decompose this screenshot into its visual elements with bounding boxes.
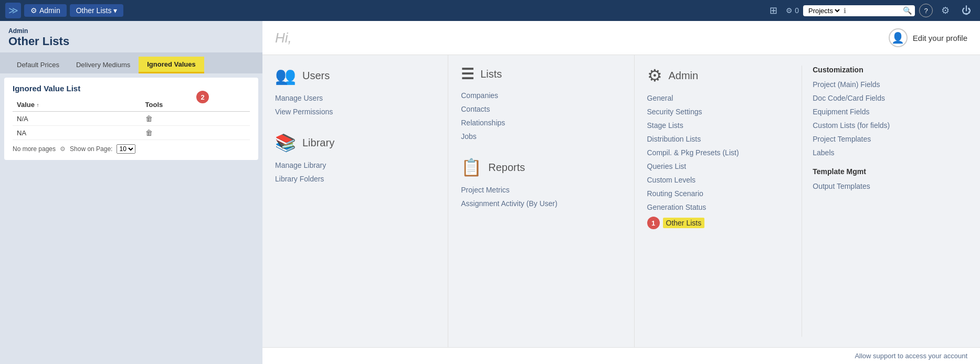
project-templates-link[interactable]: Project Templates <box>813 135 871 143</box>
settings-icon-button[interactable]: ⚙ <box>937 2 954 19</box>
right-dropdown-panel: Hi, 👤 Edit your profile 👥 Users <box>262 21 980 364</box>
jobs-link[interactable]: Jobs <box>461 132 477 141</box>
gear-settings-icon[interactable]: ⚙ <box>60 145 66 153</box>
tab-default-prices[interactable]: Default Prices <box>8 57 68 73</box>
person-icon: 👤 <box>891 31 904 44</box>
doc-code-card-fields-link[interactable]: Doc Code/Card Fields <box>813 94 885 102</box>
view-permissions-link[interactable]: View Permissions <box>275 108 333 116</box>
edit-profile-link[interactable]: 👤 Edit your profile <box>889 28 967 47</box>
admin-section-title: Admin <box>669 70 699 82</box>
other-lists-link[interactable]: Other Lists <box>663 218 705 228</box>
list-item: Relationships <box>461 119 621 127</box>
list-item: Distribution Lists <box>647 135 802 143</box>
custom-lists-fields-link[interactable]: Custom Lists (for fields) <box>813 121 890 130</box>
reports-section-header: 📋 Reports <box>461 157 621 177</box>
manage-library-link[interactable]: Manage Library <box>275 161 326 169</box>
ignored-values-table: Value ↑ Tools N/A 🗑 NA <box>13 98 250 140</box>
list-item: Compil. & Pkg Presets (List) <box>647 148 802 157</box>
library-folders-link[interactable]: Library Folders <box>275 175 324 183</box>
admin-nav-button[interactable]: ⚙ Admin <box>24 4 67 17</box>
delete-icon[interactable]: 🗑 <box>145 129 153 137</box>
list-item: View Permissions <box>275 108 435 116</box>
table-row: NA 🗑 <box>13 126 250 140</box>
companies-link[interactable]: Companies <box>461 91 498 100</box>
other-lists-nav-button[interactable]: Other Lists ▾ <box>70 4 124 17</box>
left-panel-header: Admin Other Lists <box>0 21 262 52</box>
compil-pkg-presets-link[interactable]: Compil. & Pkg Presets (List) <box>647 148 739 157</box>
panel-content: Ignored Value List Value ↑ Tools N/A <box>4 78 258 160</box>
list-item: Custom Lists (for fields) <box>813 121 967 130</box>
stage-lists-link[interactable]: Stage Lists <box>647 121 683 130</box>
sort-arrow-icon[interactable]: ↑ <box>37 102 39 108</box>
list-item: Generation Status <box>647 203 802 211</box>
list-item: Doc Code/Card Fields <box>813 94 967 102</box>
customization-section: Customization Project (Main) Fields Doc … <box>802 66 967 337</box>
list-item: Project (Main) Fields <box>813 80 967 89</box>
dropdown-chevron-icon: ▾ <box>113 6 117 15</box>
output-templates-link[interactable]: Output Templates <box>813 182 870 190</box>
list-item: Assignment Activity (By User) <box>461 199 621 208</box>
general-link[interactable]: General <box>647 94 673 102</box>
gear-badge-button[interactable]: ⚙ 0 <box>786 6 799 15</box>
search-type-select[interactable]: Projects <box>806 6 841 15</box>
avatar-icon: 👤 <box>889 28 908 47</box>
generation-status-link[interactable]: Generation Status <box>647 203 707 211</box>
search-icon[interactable]: 🔍 <box>903 6 912 15</box>
list-item: 1 Other Lists <box>647 217 802 229</box>
cell-tools: 🗑 <box>141 126 250 140</box>
custom-levels-link[interactable]: Custom Levels <box>647 176 696 184</box>
library-section: 📚 Library Manage Library Library Folders <box>275 133 435 183</box>
logout-icon-button[interactable]: ⏻ <box>958 2 975 19</box>
list-item: Queries List <box>647 162 802 170</box>
relationships-link[interactable]: Relationships <box>461 119 505 127</box>
badge-2: 2 <box>196 91 209 103</box>
logo-icon[interactable]: ≫ <box>5 3 21 18</box>
equipment-fields-link[interactable]: Equipment Fields <box>813 108 869 116</box>
list-item: Manage Library <box>275 161 435 169</box>
show-on-page-label: Show on Page: <box>70 145 112 153</box>
distribution-lists-link[interactable]: Distribution Lists <box>647 135 701 143</box>
cell-value: NA <box>13 126 141 140</box>
search-input[interactable] <box>848 7 901 15</box>
users-section-title: Users <box>302 70 330 82</box>
assignment-activity-link[interactable]: Assignment Activity (By User) <box>461 199 557 208</box>
lists-column: ☰ Lists Companies Contacts Relationships… <box>448 55 634 347</box>
admin-column: ⚙ Admin General Security Settings Stage … <box>635 55 981 347</box>
breadcrumb: Admin <box>8 27 254 35</box>
no-more-pages-label: No more pages <box>13 145 56 153</box>
tab-delivery-mediums[interactable]: Delivery Mediums <box>68 57 139 73</box>
users-section-header: 👥 Users <box>275 66 435 85</box>
list-item: Stage Lists <box>647 121 802 130</box>
list-item: Project Templates <box>813 135 967 143</box>
cell-value: N/A <box>13 112 141 126</box>
routing-scenario-link[interactable]: Routing Scenario <box>647 189 703 198</box>
tab-ignored-values[interactable]: Ignored Values <box>139 57 204 73</box>
users-icon: 👥 <box>275 66 296 85</box>
ignored-value-list-title: Ignored Value List <box>13 84 250 93</box>
help-icon-button[interactable]: ? <box>919 4 933 17</box>
badge-count: 0 <box>795 6 799 15</box>
project-main-fields-link[interactable]: Project (Main) Fields <box>813 80 880 89</box>
footer-support-link[interactable]: Allow support to access your account <box>262 347 980 364</box>
edit-profile-label: Edit your profile <box>913 34 967 42</box>
table-footer: No more pages ⚙ Show on Page: 10 <box>13 140 250 154</box>
admin-icon: ⚙ <box>647 66 662 85</box>
admin-main-section: ⚙ Admin General Security Settings Stage … <box>647 66 802 337</box>
nav-logo: ≫ <box>5 3 21 18</box>
search-bar[interactable]: Projects ℹ 🔍 <box>803 5 915 16</box>
delete-icon[interactable]: 🗑 <box>145 114 153 123</box>
list-item: Routing Scenario <box>647 189 802 198</box>
library-section-header: 📚 Library <box>275 133 435 153</box>
security-settings-link[interactable]: Security Settings <box>647 108 702 116</box>
grid-icon-button[interactable]: ⊞ <box>765 2 782 19</box>
contacts-link[interactable]: Contacts <box>461 105 490 113</box>
manage-users-link[interactable]: Manage Users <box>275 94 323 102</box>
list-item: Library Folders <box>275 175 435 183</box>
allow-support-link[interactable]: Allow support to access your account <box>855 352 967 360</box>
labels-link[interactable]: Labels <box>813 148 834 157</box>
project-metrics-link[interactable]: Project Metrics <box>461 186 510 194</box>
col-header-value[interactable]: Value ↑ <box>13 98 141 112</box>
page-size-select[interactable]: 10 <box>117 144 135 154</box>
list-item: Output Templates <box>813 182 967 190</box>
queries-list-link[interactable]: Queries List <box>647 162 687 170</box>
